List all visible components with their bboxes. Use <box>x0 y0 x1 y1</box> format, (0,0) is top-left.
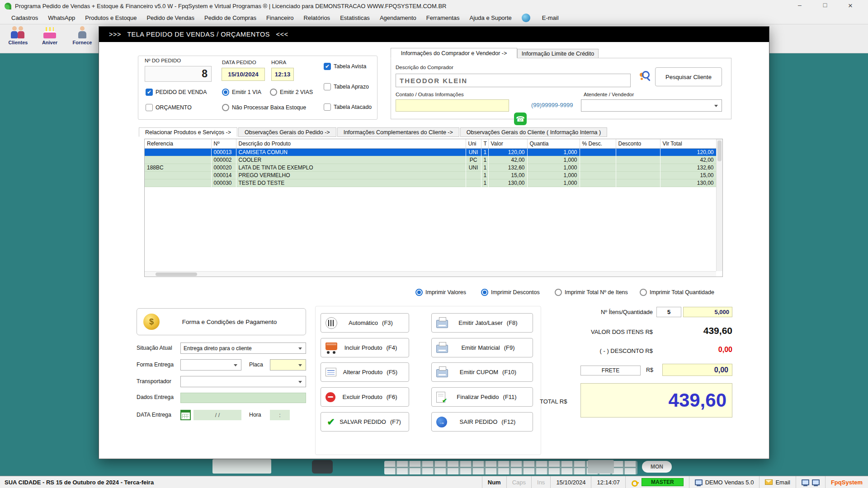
tab-observacoes-pedido[interactable]: Observações Gerais do Pedido -> <box>238 127 336 137</box>
situacao-select[interactable]: Entrega direto para o cliente <box>180 343 306 354</box>
radio-label: Emitir 2 VIAS <box>280 89 313 95</box>
menu-item[interactable]: Financeiro <box>261 14 299 21</box>
horizontal-scrollbar[interactable] <box>145 271 716 277</box>
data-entrega-field[interactable]: / / <box>193 410 241 420</box>
table-row[interactable]: 000014 PREGO VERMELHO 1 15,00 1,000 15,0… <box>145 171 716 179</box>
menu-item[interactable]: Produtos e Estoque <box>80 14 142 21</box>
menu-item[interactable]: Pedido de Vendas <box>142 14 199 21</box>
horizontal-scrollbar-thumb[interactable] <box>156 272 197 276</box>
col-t: T <box>481 139 488 148</box>
menu-item[interactable]: Agendamento <box>375 14 421 21</box>
menu-item[interactable]: Estatisticas <box>335 14 375 21</box>
tab-relacionar-produtos[interactable]: Relacionar Produtos e Serviços -> <box>139 127 237 137</box>
tab-comprador-vendedor[interactable]: Informações do Comprador e Vendedor -> <box>391 48 517 58</box>
cell-desc-pct <box>580 179 616 187</box>
button-label: Emitir Matricial <box>461 344 500 351</box>
alterar-produto-button[interactable]: Alterar Produto(F5) <box>321 362 409 382</box>
pedido-venda-checkbox[interactable]: PEDIDO DE VENDA <box>146 89 207 96</box>
radio-label: Imprimir Valores <box>425 289 466 296</box>
close-button[interactable] <box>844 1 856 10</box>
cell-desconto <box>616 179 660 187</box>
tab-observacoes-cliente[interactable]: Observações Gerais do Cliente ( Informaç… <box>460 127 607 137</box>
emitir-cupom-button[interactable]: Emitir CUPOM(F10) <box>431 362 533 382</box>
maximize-button[interactable] <box>819 1 831 10</box>
vertical-scrollbar-thumb[interactable] <box>717 141 722 161</box>
envelope-icon <box>765 479 773 485</box>
emitir-2vias-radio[interactable]: Emitir 2 VIAS <box>270 89 313 96</box>
pesquisar-cliente-button[interactable]: Pesquisar Cliente <box>655 67 722 86</box>
incluir-produto-button[interactable]: Incluir Produto(F4) <box>321 338 409 357</box>
monitor-icon <box>695 479 703 485</box>
status-user: MASTER <box>625 476 689 488</box>
forma-entrega-label: Forma Entrega <box>137 361 174 368</box>
cell-desc-pct <box>580 164 616 171</box>
emitir-jato-laser-button[interactable]: Emitir Jato/Laser(F8) <box>431 313 533 333</box>
table-row[interactable]: 000002 COOLER PC 1 42,00 1,000 42,00 <box>145 156 716 164</box>
minimize-button[interactable] <box>794 1 806 10</box>
atendente-select[interactable] <box>581 99 722 112</box>
menu-item[interactable]: E-mail <box>537 14 564 21</box>
email-status-button[interactable]: Email <box>759 476 796 488</box>
cell-numero: 000020 <box>211 164 236 171</box>
data-pedido-field[interactable]: 15/10/2024 <box>222 68 265 81</box>
table-row[interactable]: 000013 CAMISETA COMUN UNI 1 120,00 1,000… <box>145 148 716 156</box>
tabela-avista-checkbox[interactable]: Tabela Avista <box>324 63 366 70</box>
button-label: Emitir Jato/Laser <box>458 319 503 326</box>
hora-pedido-field[interactable]: 12:13 <box>271 68 294 81</box>
cell-descricao: PREGO VERMELHO <box>236 171 466 179</box>
emitir-1via-radio[interactable]: Emitir 1 VIA <box>222 89 261 96</box>
forma-pagamento-button[interactable]: Forma e Condições de Pagamento <box>137 308 306 335</box>
whatsapp-button[interactable] <box>514 113 527 125</box>
tabela-atacado-checkbox[interactable]: Tabela Atacado <box>324 103 372 111</box>
status-date: 15/10/2024 <box>550 476 591 488</box>
imprimir-descontos-radio[interactable]: Imprimir Descontos <box>481 289 540 296</box>
printer-icon <box>436 320 448 328</box>
sair-pedido-button[interactable]: SAIR PEDIDO(F12) <box>431 412 533 432</box>
menu-item[interactable]: Ajuda e Suporte <box>465 14 517 21</box>
imprimir-valores-radio[interactable]: Imprimir Valores <box>415 289 466 296</box>
hora-entrega-field[interactable]: : <box>270 410 290 420</box>
cell-vlr-total: 15,00 <box>660 171 716 179</box>
buyer-panel: Descrição do Comprador THEODOR KLEIN Pes… <box>391 58 731 119</box>
table-row[interactable]: 188BC 000020 LATA DE TINTA DE EXEMPLO UN… <box>145 164 716 171</box>
orcamento-checkbox[interactable]: ORÇAMENTO <box>146 104 192 111</box>
data-pedido-label: DATA PEDIDO <box>222 60 256 65</box>
toolbar-button-fornece[interactable]: Fornece <box>68 25 97 53</box>
imprimir-total-itens-radio[interactable]: Imprimir Total Nº de Itens <box>555 289 628 296</box>
excluir-produto-button[interactable]: Excluir Produto(F6) <box>321 387 409 407</box>
cell-referencia <box>145 156 211 164</box>
imprimir-total-quantidade-radio[interactable]: Imprimir Total Quantidade <box>640 289 714 296</box>
menu-item[interactable]: WhatsApp <box>43 14 80 21</box>
calendar-icon[interactable] <box>180 410 191 420</box>
forma-entrega-select[interactable] <box>180 359 241 371</box>
vertical-scrollbar[interactable] <box>716 139 722 271</box>
dados-entrega-field[interactable] <box>180 393 306 403</box>
printer-icon <box>436 345 448 353</box>
finalizar-pedido-button[interactable]: Finalizar Pedido(F11) <box>431 387 533 407</box>
menu-item[interactable] <box>517 14 537 22</box>
numero-pedido-field[interactable]: 8 <box>145 66 212 82</box>
tabela-aprazo-checkbox[interactable]: Tabela Aprazo <box>324 83 369 90</box>
menu-item[interactable]: Ferramentas <box>421 14 465 21</box>
contato-input[interactable] <box>396 99 509 112</box>
salvar-pedido-button[interactable]: SALVAR PEDIDO(F7) <box>321 412 409 432</box>
menu-item[interactable]: Pedido de Compras <box>199 14 261 21</box>
menu-item[interactable]: Relatórios <box>299 14 335 21</box>
toolbar-button-clientes[interactable]: Clientes <box>4 25 33 53</box>
menu-item-label: Estatisticas <box>340 14 370 21</box>
table-row[interactable]: 000030 TESTE DO TESTE 1 130,00 1,000 130… <box>145 179 716 187</box>
status-date-label: 15/10/2024 <box>556 479 585 486</box>
toolbar-button-aniver[interactable]: Aniver <box>35 25 64 53</box>
tab-informacoes-complementares[interactable]: Informações Complementares do Cliente -> <box>337 127 459 137</box>
comprador-input[interactable]: THEODOR KLEIN <box>396 74 631 87</box>
button-label: Incluir Produto <box>344 344 382 351</box>
frete-button[interactable]: FRETE <box>580 366 641 375</box>
frete-value[interactable]: 0,00 <box>662 364 732 376</box>
nao-processar-baixa-radio[interactable]: Não Processar Baixa Estoque <box>222 104 306 111</box>
automatico-button[interactable]: Automático(F3) <box>321 313 409 333</box>
menu-item[interactable]: Cadastros <box>6 14 43 21</box>
emitir-matricial-button[interactable]: Emitir Matricial(F9) <box>431 338 533 357</box>
placa-select[interactable] <box>270 359 306 371</box>
transportador-select[interactable] <box>180 376 306 387</box>
tab-limite-credito[interactable]: Informação Limite de Crédito <box>517 49 599 58</box>
